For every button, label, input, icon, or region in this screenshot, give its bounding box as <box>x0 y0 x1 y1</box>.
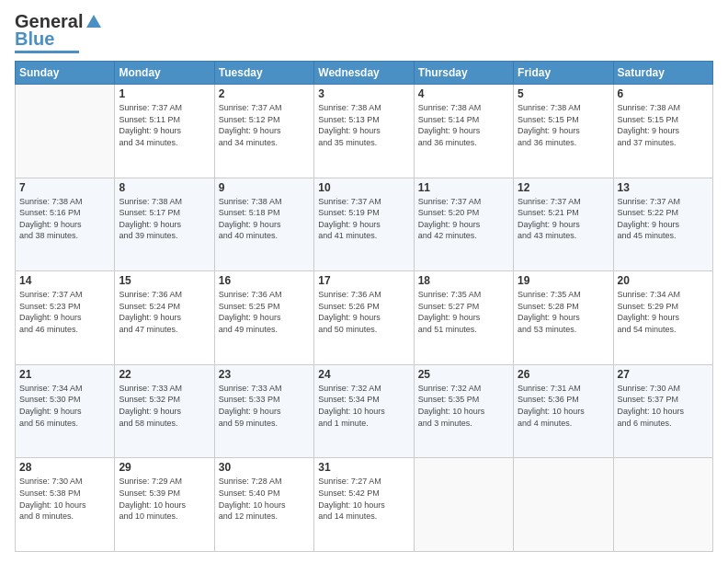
calendar-cell <box>514 458 613 552</box>
calendar-cell <box>613 458 712 552</box>
calendar-cell: 4Sunrise: 7:38 AMSunset: 5:14 PMDaylight… <box>414 85 513 178</box>
calendar-cell: 22Sunrise: 7:33 AMSunset: 5:32 PMDayligh… <box>115 364 214 458</box>
day-number: 6 <box>618 87 709 100</box>
calendar-cell: 2Sunrise: 7:37 AMSunset: 5:12 PMDaylight… <box>214 85 313 178</box>
day-number: 19 <box>518 274 609 287</box>
day-header: Monday <box>115 62 214 85</box>
calendar-cell <box>414 458 513 552</box>
day-number: 28 <box>19 461 110 474</box>
calendar-cell: 1Sunrise: 7:37 AMSunset: 5:11 PMDaylight… <box>115 85 214 178</box>
calendar-cell: 31Sunrise: 7:27 AMSunset: 5:42 PMDayligh… <box>314 458 414 552</box>
day-number: 12 <box>518 181 609 194</box>
logo-blue: Blue <box>15 29 54 50</box>
calendar-cell: 13Sunrise: 7:37 AMSunset: 5:22 PMDayligh… <box>613 178 712 271</box>
day-info: Sunrise: 7:38 AMSunset: 5:18 PMDaylight:… <box>219 196 310 242</box>
day-header: Tuesday <box>214 62 313 85</box>
day-number: 18 <box>418 274 509 287</box>
calendar-cell: 15Sunrise: 7:36 AMSunset: 5:24 PMDayligh… <box>115 271 214 365</box>
calendar-cell <box>16 85 115 178</box>
day-info: Sunrise: 7:36 AMSunset: 5:26 PMDaylight:… <box>318 289 409 335</box>
day-number: 7 <box>19 181 110 194</box>
day-number: 4 <box>418 87 509 100</box>
day-header: Saturday <box>613 62 712 85</box>
day-number: 1 <box>119 87 210 100</box>
day-number: 27 <box>618 368 709 381</box>
day-info: Sunrise: 7:37 AMSunset: 5:12 PMDaylight:… <box>219 102 310 148</box>
calendar-cell: 26Sunrise: 7:31 AMSunset: 5:36 PMDayligh… <box>514 364 613 458</box>
day-info: Sunrise: 7:37 AMSunset: 5:19 PMDaylight:… <box>318 196 409 242</box>
day-number: 13 <box>618 181 709 194</box>
day-number: 25 <box>418 368 509 381</box>
day-info: Sunrise: 7:37 AMSunset: 5:23 PMDaylight:… <box>19 289 110 335</box>
day-info: Sunrise: 7:38 AMSunset: 5:15 PMDaylight:… <box>518 102 609 148</box>
page: General Blue SundayMondayTuesdayWednesda… <box>0 0 728 563</box>
day-info: Sunrise: 7:38 AMSunset: 5:17 PMDaylight:… <box>119 196 210 242</box>
day-number: 20 <box>618 274 709 287</box>
calendar-week-row: 14Sunrise: 7:37 AMSunset: 5:23 PMDayligh… <box>16 271 713 365</box>
day-number: 10 <box>318 181 409 194</box>
day-number: 17 <box>318 274 409 287</box>
day-info: Sunrise: 7:32 AMSunset: 5:34 PMDaylight:… <box>318 383 409 429</box>
day-number: 24 <box>318 368 409 381</box>
day-info: Sunrise: 7:37 AMSunset: 5:22 PMDaylight:… <box>618 196 709 242</box>
calendar-cell: 25Sunrise: 7:32 AMSunset: 5:35 PMDayligh… <box>414 364 513 458</box>
day-info: Sunrise: 7:35 AMSunset: 5:28 PMDaylight:… <box>518 289 609 335</box>
day-number: 22 <box>119 368 210 381</box>
calendar-cell: 29Sunrise: 7:29 AMSunset: 5:39 PMDayligh… <box>115 458 214 552</box>
logo-underline <box>15 51 79 53</box>
day-number: 23 <box>219 368 310 381</box>
day-info: Sunrise: 7:29 AMSunset: 5:39 PMDaylight:… <box>119 476 210 522</box>
calendar-cell: 28Sunrise: 7:30 AMSunset: 5:38 PMDayligh… <box>16 458 115 552</box>
day-number: 14 <box>19 274 110 287</box>
day-info: Sunrise: 7:30 AMSunset: 5:37 PMDaylight:… <box>618 383 709 429</box>
day-info: Sunrise: 7:27 AMSunset: 5:42 PMDaylight:… <box>318 476 409 522</box>
calendar-cell: 30Sunrise: 7:28 AMSunset: 5:40 PMDayligh… <box>214 458 313 552</box>
day-info: Sunrise: 7:32 AMSunset: 5:35 PMDaylight:… <box>418 383 509 429</box>
calendar-cell: 18Sunrise: 7:35 AMSunset: 5:27 PMDayligh… <box>414 271 513 365</box>
calendar-cell: 20Sunrise: 7:34 AMSunset: 5:29 PMDayligh… <box>613 271 712 365</box>
day-info: Sunrise: 7:38 AMSunset: 5:15 PMDaylight:… <box>618 102 709 148</box>
calendar-cell: 16Sunrise: 7:36 AMSunset: 5:25 PMDayligh… <box>214 271 313 365</box>
day-info: Sunrise: 7:37 AMSunset: 5:11 PMDaylight:… <box>119 102 210 148</box>
day-number: 9 <box>219 181 310 194</box>
day-info: Sunrise: 7:37 AMSunset: 5:20 PMDaylight:… <box>418 196 509 242</box>
day-number: 31 <box>318 461 409 474</box>
calendar-cell: 17Sunrise: 7:36 AMSunset: 5:26 PMDayligh… <box>314 271 414 365</box>
calendar-week-row: 1Sunrise: 7:37 AMSunset: 5:11 PMDaylight… <box>16 85 713 178</box>
calendar-cell: 21Sunrise: 7:34 AMSunset: 5:30 PMDayligh… <box>16 364 115 458</box>
day-info: Sunrise: 7:33 AMSunset: 5:33 PMDaylight:… <box>219 383 310 429</box>
day-info: Sunrise: 7:38 AMSunset: 5:14 PMDaylight:… <box>418 102 509 148</box>
day-info: Sunrise: 7:34 AMSunset: 5:30 PMDaylight:… <box>19 383 110 429</box>
calendar-week-row: 7Sunrise: 7:38 AMSunset: 5:16 PMDaylight… <box>16 178 713 271</box>
calendar-week-row: 28Sunrise: 7:30 AMSunset: 5:38 PMDayligh… <box>16 458 713 552</box>
day-info: Sunrise: 7:35 AMSunset: 5:27 PMDaylight:… <box>418 289 509 335</box>
day-info: Sunrise: 7:38 AMSunset: 5:16 PMDaylight:… <box>19 196 110 242</box>
day-number: 11 <box>418 181 509 194</box>
calendar-cell: 23Sunrise: 7:33 AMSunset: 5:33 PMDayligh… <box>214 364 313 458</box>
logo-icon <box>85 13 103 31</box>
calendar-cell: 11Sunrise: 7:37 AMSunset: 5:20 PMDayligh… <box>414 178 513 271</box>
calendar-cell: 9Sunrise: 7:38 AMSunset: 5:18 PMDaylight… <box>214 178 313 271</box>
calendar-cell: 19Sunrise: 7:35 AMSunset: 5:28 PMDayligh… <box>514 271 613 365</box>
day-info: Sunrise: 7:38 AMSunset: 5:13 PMDaylight:… <box>318 102 409 148</box>
logo: General Blue <box>15 11 103 53</box>
calendar-cell: 7Sunrise: 7:38 AMSunset: 5:16 PMDaylight… <box>16 178 115 271</box>
day-number: 3 <box>318 87 409 100</box>
day-header: Wednesday <box>314 62 414 85</box>
header: General Blue <box>15 11 713 53</box>
day-number: 29 <box>119 461 210 474</box>
calendar-table: SundayMondayTuesdayWednesdayThursdayFrid… <box>15 61 713 552</box>
day-info: Sunrise: 7:30 AMSunset: 5:38 PMDaylight:… <box>19 476 110 522</box>
day-info: Sunrise: 7:33 AMSunset: 5:32 PMDaylight:… <box>119 383 210 429</box>
day-header: Thursday <box>414 62 513 85</box>
header-row: SundayMondayTuesdayWednesdayThursdayFrid… <box>16 62 713 85</box>
day-info: Sunrise: 7:31 AMSunset: 5:36 PMDaylight:… <box>518 383 609 429</box>
calendar-cell: 12Sunrise: 7:37 AMSunset: 5:21 PMDayligh… <box>514 178 613 271</box>
calendar-cell: 3Sunrise: 7:38 AMSunset: 5:13 PMDaylight… <box>314 85 414 178</box>
day-number: 21 <box>19 368 110 381</box>
day-number: 16 <box>219 274 310 287</box>
day-info: Sunrise: 7:36 AMSunset: 5:25 PMDaylight:… <box>219 289 310 335</box>
day-info: Sunrise: 7:34 AMSunset: 5:29 PMDaylight:… <box>618 289 709 335</box>
calendar-cell: 8Sunrise: 7:38 AMSunset: 5:17 PMDaylight… <box>115 178 214 271</box>
day-info: Sunrise: 7:36 AMSunset: 5:24 PMDaylight:… <box>119 289 210 335</box>
